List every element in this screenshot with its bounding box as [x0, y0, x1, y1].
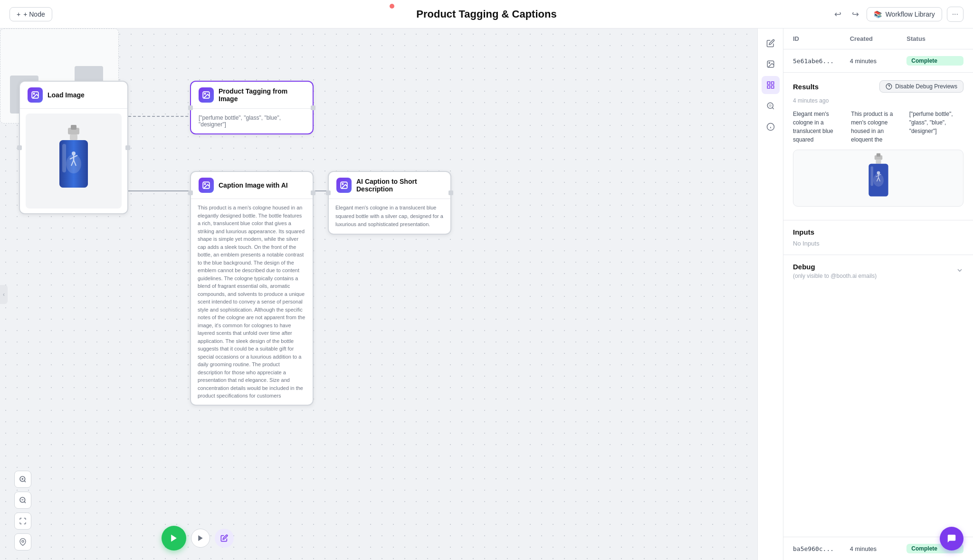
svg-marker-29	[171, 535, 177, 542]
info-icon-button[interactable]	[762, 118, 780, 136]
svg-rect-33	[767, 82, 770, 84]
svg-rect-47	[876, 160, 881, 164]
results-section: Results Disable Debug Previews 4 minutes…	[783, 73, 973, 220]
main-layout: Load Image	[0, 28, 973, 560]
svg-rect-4	[70, 134, 77, 140]
svg-rect-35	[767, 86, 770, 88]
header-right: ↩ ↪ 📚 Workflow Library ···	[831, 6, 963, 22]
svg-rect-7	[62, 144, 66, 172]
node-header: Product Tagging from Image	[191, 82, 313, 109]
results-time: 4 minutes ago	[793, 97, 963, 104]
runs-icon-button[interactable]	[762, 76, 780, 94]
product-tagging-node[interactable]: Product Tagging from Image ["perfume bot…	[190, 81, 314, 134]
panel-table-header: ID Created Status	[783, 28, 973, 49]
more-options-button[interactable]: ···	[947, 7, 963, 22]
results-header: Results Disable Debug Previews	[793, 80, 963, 93]
node-icon	[336, 178, 352, 193]
debug-collapse-button[interactable]	[956, 266, 963, 276]
caption-image-node[interactable]: Caption Image with AI This product is a …	[190, 171, 314, 406]
debug-section: Debug (only visible to @booth.ai emails)	[783, 255, 973, 287]
status-column-header: Status	[906, 35, 963, 42]
node-connector-right[interactable]	[311, 190, 315, 195]
search-icon-button[interactable]	[762, 97, 780, 115]
map-view-button[interactable]	[14, 533, 31, 551]
image-icon-button[interactable]	[762, 55, 780, 73]
svg-marker-30	[198, 535, 202, 541]
right-panel: ID Created Status 5e61abe6... 4 minutes …	[783, 28, 973, 560]
run-id-2: ba5e960c...	[793, 545, 850, 552]
edit-icon-button[interactable]	[762, 34, 780, 52]
edit-button[interactable]	[215, 529, 234, 548]
svg-rect-46	[876, 153, 880, 157]
redo-button[interactable]: ↪	[849, 6, 862, 22]
node-title: AI Caption to Short Description	[356, 178, 443, 193]
result-col-1: Elegant men's cologne in a translucent b…	[793, 110, 847, 144]
run-status-badge-1: Complete	[906, 56, 963, 66]
undo-button[interactable]: ↩	[831, 6, 844, 22]
results-columns: Elegant men's cologne in a translucent b…	[793, 110, 963, 144]
node-icon	[199, 87, 214, 103]
debug-title-area: Debug (only visible to @booth.ai emails)	[793, 263, 877, 280]
run-button[interactable]	[162, 526, 186, 551]
perfume-bottle-svg	[50, 123, 97, 199]
header-title-area: Product Tagging & Captions	[416, 8, 556, 20]
svg-point-39	[769, 104, 772, 107]
node-header: Caption Image with AI	[191, 172, 313, 199]
debug-title: Debug	[793, 263, 815, 271]
node-connector-left[interactable]	[188, 105, 193, 110]
node-content: ["perfume bottle", "glass", "blue", "des…	[191, 109, 313, 133]
image-preview	[26, 114, 122, 209]
disable-debug-button[interactable]: Disable Debug Previews	[879, 80, 963, 93]
node-connector-right[interactable]	[125, 145, 130, 150]
svg-rect-49	[870, 166, 873, 186]
workflow-lib-label: Workflow Library	[886, 10, 935, 18]
workflow-canvas[interactable]: Load Image	[0, 28, 757, 560]
svg-point-51	[877, 171, 880, 174]
node-connector-left[interactable]	[326, 190, 331, 195]
zoom-in-button[interactable]	[14, 471, 31, 488]
ai-caption-node[interactable]: AI Caption to Short Description Elegant …	[328, 171, 451, 235]
add-node-button[interactable]: + + Node	[10, 7, 52, 21]
page-title: Product Tagging & Captions	[416, 8, 556, 20]
node-connector-right[interactable]	[311, 105, 315, 110]
status-dot	[390, 4, 394, 9]
header-left: + + Node	[10, 7, 52, 21]
zoom-controls	[14, 471, 31, 551]
result-col-3: ["perfume bottle", "glass", "blue", "des…	[909, 110, 963, 144]
result-col-2: This product is a men's cologne housed i…	[851, 110, 905, 144]
caption-text: This product is a men's cologne housed i…	[191, 199, 313, 405]
node-title: Product Tagging from Image	[219, 87, 305, 103]
svg-point-18	[204, 183, 205, 184]
node-icon	[28, 87, 43, 103]
fit-view-button[interactable]	[14, 513, 31, 530]
id-column-header: ID	[793, 35, 850, 42]
load-image-node[interactable]: Load Image	[19, 81, 128, 214]
step-run-button[interactable]	[191, 529, 210, 548]
run-row-1[interactable]: 5e61abe6... 4 minutes Complete	[783, 49, 973, 73]
header: + + Node Product Tagging & Captions ↩ ↪ …	[0, 0, 973, 28]
workflow-library-button[interactable]: 📚 Workflow Library	[867, 7, 942, 21]
node-icon	[199, 178, 214, 193]
sidebar-icon-panel	[757, 28, 783, 560]
node-connector-right[interactable]	[448, 190, 453, 195]
svg-line-26	[24, 502, 26, 503]
debug-icon	[886, 83, 892, 90]
no-inputs-label: No Inputs	[793, 240, 963, 247]
zoom-out-button[interactable]	[14, 492, 31, 509]
play-controls	[162, 526, 234, 551]
add-node-label: + Node	[23, 10, 45, 18]
collapse-sidebar-button[interactable]: ‹	[0, 285, 8, 304]
debug-subtitle: (only visible to @booth.ai emails)	[793, 273, 877, 279]
chat-icon	[946, 533, 957, 544]
inputs-section: Inputs No Inputs	[783, 220, 973, 255]
chat-button[interactable]	[940, 527, 963, 551]
node-title: Caption Image with AI	[219, 181, 288, 189]
inputs-title: Inputs	[793, 228, 963, 236]
node-connector-left[interactable]	[188, 190, 193, 195]
svg-point-28	[22, 541, 24, 542]
debug-header: Debug (only visible to @booth.ai emails)	[793, 263, 963, 280]
node-connector-left[interactable]	[17, 145, 22, 150]
run-created-1: 4 minutes	[850, 57, 907, 65]
svg-rect-36	[771, 86, 773, 88]
svg-point-20	[342, 183, 343, 184]
